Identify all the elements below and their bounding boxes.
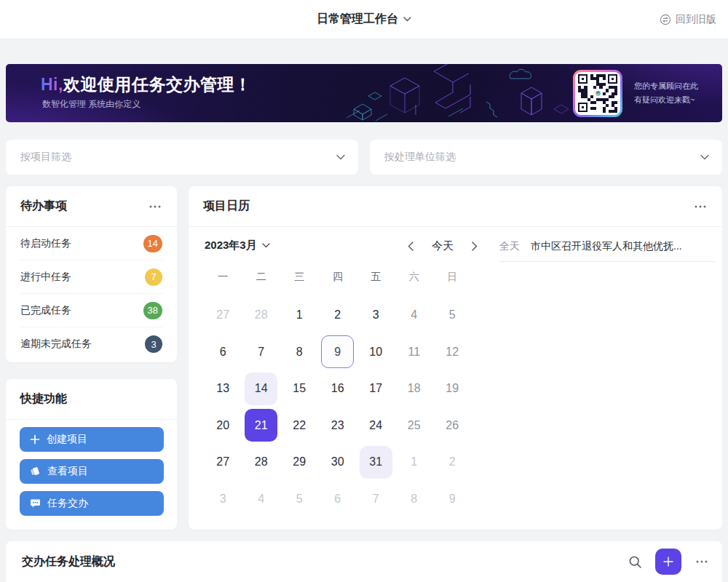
calendar-day-grid: 2728123456789101112131415161718192021222… bbox=[204, 297, 472, 517]
count-badge: 38 bbox=[143, 302, 162, 319]
calendar-day[interactable]: 17 bbox=[357, 370, 395, 407]
calendar-day[interactable]: 22 bbox=[280, 407, 319, 445]
weekday-label: 一 bbox=[204, 269, 242, 285]
weekday-label: 日 bbox=[433, 269, 472, 285]
quick-buttons: 创建项目查看项目任务交办 bbox=[6, 420, 177, 516]
calendar-day[interactable]: 21 bbox=[242, 407, 281, 445]
calendar-day-number: 13 bbox=[216, 382, 229, 395]
calendar-day[interactable]: 24 bbox=[357, 407, 395, 445]
calendar-day[interactable]: 7 bbox=[357, 481, 395, 518]
todo-item[interactable]: 逾期未完成任务3 bbox=[20, 327, 162, 361]
calendar-card-header: 项目日历 bbox=[189, 186, 722, 227]
month-select[interactable]: 2023年3月 bbox=[205, 239, 270, 252]
calendar-day[interactable]: 4 bbox=[395, 297, 434, 334]
calendar-day[interactable]: 26 bbox=[433, 407, 472, 445]
calendar-day[interactable]: 6 bbox=[204, 334, 242, 371]
calendar-day[interactable]: 8 bbox=[395, 481, 434, 518]
calendar-day[interactable]: 13 bbox=[204, 370, 242, 407]
calendar-day-number: 22 bbox=[293, 419, 306, 432]
calendar-day[interactable]: 1 bbox=[280, 297, 319, 334]
weekday-label: 三 bbox=[280, 269, 319, 285]
calendar-day[interactable]: 31 bbox=[357, 444, 395, 481]
qr-caption: 您的专属顾问在此 有疑问欢迎来戳~ bbox=[634, 79, 698, 107]
todo-item-label: 已完成任务 bbox=[20, 304, 71, 317]
calendar-day[interactable]: 16 bbox=[319, 370, 357, 407]
qr-caption-line1: 您的专属顾问在此 bbox=[634, 79, 698, 93]
calendar-day[interactable]: 1 bbox=[395, 444, 434, 481]
event-time-label: 全天 bbox=[499, 240, 520, 253]
qr-finder-icon bbox=[578, 74, 587, 84]
todo-item-label: 逾期未完成任务 bbox=[20, 338, 92, 351]
calendar-day[interactable]: 15 bbox=[280, 370, 319, 407]
calendar-day-number: 8 bbox=[296, 346, 303, 359]
calendar-day[interactable]: 28 bbox=[242, 297, 281, 334]
back-to-old-version-link[interactable]: 回到旧版 bbox=[660, 0, 716, 39]
unit-filter-placeholder: 按处理单位筛选 bbox=[384, 151, 700, 164]
calendar-day[interactable]: 9 bbox=[319, 334, 357, 371]
calendar-day-number: 7 bbox=[258, 346, 264, 359]
calendar-day[interactable]: 23 bbox=[319, 407, 357, 445]
calendar-day[interactable]: 3 bbox=[357, 297, 395, 334]
calendar-day[interactable]: 27 bbox=[204, 444, 242, 481]
add-button[interactable] bbox=[655, 549, 681, 575]
search-icon[interactable] bbox=[626, 553, 644, 570]
calendar-day[interactable]: 20 bbox=[204, 407, 242, 445]
calendar-day[interactable]: 19 bbox=[433, 370, 472, 407]
todo-item[interactable]: 进行中任务7 bbox=[20, 260, 162, 294]
banner-subtitle: 数智化管理 系统由你定义 bbox=[42, 98, 141, 111]
calendar-day[interactable]: 9 bbox=[433, 481, 472, 518]
calendar-nav: 今天 bbox=[402, 237, 483, 255]
calendar-day-number: 4 bbox=[258, 493, 264, 506]
calendar-day[interactable]: 30 bbox=[319, 444, 357, 481]
today-button[interactable]: 今天 bbox=[432, 239, 454, 253]
quick-action-button[interactable]: 任务交办 bbox=[20, 491, 164, 516]
calendar-day[interactable]: 5 bbox=[433, 297, 472, 334]
next-month-icon[interactable] bbox=[466, 237, 483, 255]
calendar-day[interactable]: 5 bbox=[280, 481, 319, 518]
project-filter-select[interactable]: 按项目筛选 bbox=[6, 140, 358, 175]
calendar-day-number: 28 bbox=[255, 455, 268, 469]
calendar-day-number: 4 bbox=[411, 308, 417, 322]
calendar-day-number: 1 bbox=[296, 308, 303, 322]
todo-item[interactable]: 待启动任务14 bbox=[20, 227, 162, 260]
workspace-switcher[interactable]: 日常管理工作台 bbox=[317, 12, 411, 27]
calendar-day-number: 9 bbox=[449, 493, 456, 506]
more-icon[interactable] bbox=[693, 553, 711, 570]
prev-month-icon[interactable] bbox=[402, 237, 419, 255]
calendar-day[interactable]: 27 bbox=[204, 297, 242, 334]
weekday-label: 六 bbox=[395, 269, 434, 285]
calendar-day[interactable]: 4 bbox=[242, 481, 281, 518]
calendar-day[interactable]: 2 bbox=[319, 297, 357, 334]
calendar-day[interactable]: 29 bbox=[280, 444, 319, 481]
weekday-label: 二 bbox=[242, 269, 281, 285]
calendar-day-number: 6 bbox=[334, 493, 341, 506]
more-icon[interactable] bbox=[146, 198, 164, 215]
calendar-day[interactable]: 25 bbox=[395, 407, 434, 445]
quick-action-button[interactable]: 查看项目 bbox=[20, 459, 164, 484]
calendar-day[interactable]: 11 bbox=[395, 334, 434, 371]
quick-actions-card: 快捷功能 创建项目查看项目任务交办 bbox=[6, 379, 177, 530]
calendar-day[interactable]: 8 bbox=[280, 334, 319, 371]
calendar-day-number: 23 bbox=[331, 419, 344, 432]
unit-filter-select[interactable]: 按处理单位筛选 bbox=[370, 140, 722, 175]
banner-headline: Hi,欢迎使用任务交办管理！ bbox=[41, 73, 251, 96]
summary-card-header: 交办任务处理概况 bbox=[6, 541, 722, 582]
weekday-label: 四 bbox=[319, 269, 357, 285]
summary-card-title: 交办任务处理概况 bbox=[22, 554, 626, 570]
calendar-day-number: 26 bbox=[446, 419, 459, 432]
calendar-day[interactable]: 18 bbox=[395, 370, 434, 407]
quick-action-button[interactable]: 创建项目 bbox=[20, 427, 164, 452]
calendar-day[interactable]: 6 bbox=[319, 481, 357, 518]
calendar-event-row[interactable]: 全天 市中区召开退役军人和其他优抚... bbox=[499, 231, 716, 262]
calendar-card-title: 项目日历 bbox=[203, 199, 692, 214]
calendar-day[interactable]: 28 bbox=[242, 444, 281, 481]
todo-item[interactable]: 已完成任务38 bbox=[20, 294, 162, 327]
calendar-day[interactable]: 2 bbox=[433, 444, 472, 481]
calendar-day[interactable]: 14 bbox=[242, 370, 281, 407]
calendar-day[interactable]: 7 bbox=[242, 334, 281, 371]
calendar-day[interactable]: 10 bbox=[357, 334, 395, 371]
more-icon[interactable] bbox=[692, 198, 709, 215]
calendar-day[interactable]: 12 bbox=[433, 334, 472, 371]
project-icon bbox=[30, 466, 41, 477]
calendar-day[interactable]: 3 bbox=[204, 481, 242, 518]
